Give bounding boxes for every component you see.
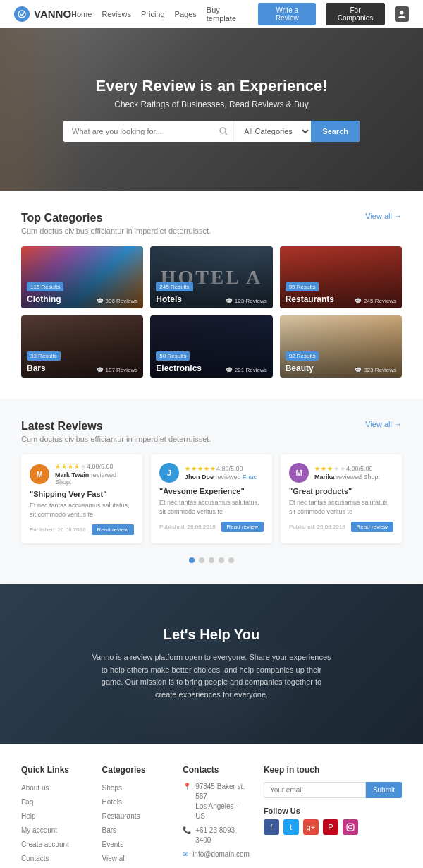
- categories-subtitle: Cum doctus civibus efficiantur in imperd…: [21, 227, 211, 235]
- logo-icon: [14, 6, 30, 22]
- category-electronics[interactable]: 50 Results Electronics 💬 221 Reviews: [150, 315, 272, 378]
- dot-1[interactable]: [189, 557, 195, 563]
- logo[interactable]: VANNO: [14, 6, 71, 22]
- review-date-1: Published: 26.08.2018: [30, 526, 86, 533]
- read-review-btn-3[interactable]: Read review: [351, 522, 393, 532]
- instagram-icon[interactable]: [343, 819, 358, 835]
- footer-cat-events[interactable]: Events: [102, 840, 124, 848]
- search-button[interactable]: Search: [311, 121, 360, 142]
- logo-text: VANNO: [34, 8, 71, 20]
- dot-4[interactable]: [219, 557, 224, 563]
- footer-my-account[interactable]: My account: [21, 826, 57, 834]
- review-title-1: "Shipping Very Fast": [30, 490, 134, 498]
- dot-5[interactable]: [228, 557, 234, 563]
- category-reviews-beauty: 323 Reviews: [364, 367, 396, 373]
- category-badge-electronics: 50 Results: [156, 351, 190, 361]
- footer-cat-hotels[interactable]: Hotels: [102, 798, 122, 806]
- read-review-btn-2[interactable]: Read review: [221, 522, 264, 532]
- help-title: Let's Help You: [21, 627, 402, 643]
- subscribe-submit-button[interactable]: Submit: [366, 782, 402, 798]
- category-clothing[interactable]: 115 Results Clothing 💬 396 Reviews: [21, 246, 143, 308]
- category-reviews-restaurants: 245 Reviews: [364, 298, 396, 304]
- hero-subtitle: Check Ratings of Businesses, Read Review…: [14, 100, 409, 109]
- follow-us-label: Follow Us: [264, 807, 402, 815]
- contact-address: 📍 97845 Baker st. 567Los Angeles - US: [183, 782, 250, 821]
- svg-point-5: [348, 825, 352, 828]
- read-review-btn-1[interactable]: Read review: [92, 524, 134, 535]
- reviews-view-all[interactable]: View all →: [365, 420, 402, 428]
- footer-cat-bars[interactable]: Bars: [102, 826, 117, 834]
- review-card-1: M ★ ★ ★ ★ ★ 4.00/5.00 Mark Twain reviewe…: [21, 454, 142, 543]
- review-body-2: Et nec tantas accusamus salutatus, sit c…: [159, 498, 264, 516]
- footer-create-account[interactable]: Create account: [21, 840, 69, 848]
- categories-title: Top Categories: [21, 212, 211, 224]
- footer-quick-links: Quick Links About us Faq Help My account…: [21, 765, 88, 867]
- avatar-3: M: [289, 463, 309, 483]
- footer: Quick Links About us Faq Help My account…: [0, 744, 423, 868]
- category-reviews-bars: 187 Reviews: [106, 367, 138, 373]
- review-title-3: "Great products": [289, 487, 393, 495]
- email-icon: ✉: [183, 850, 188, 858]
- footer-faq[interactable]: Faq: [21, 798, 33, 806]
- nav-home[interactable]: Home: [71, 10, 92, 18]
- hero-title: Every Review is an Experience!: [14, 77, 409, 95]
- reviews-grid: M ★ ★ ★ ★ ★ 4.00/5.00 Mark Twain reviewe…: [21, 454, 402, 543]
- review-date-3: Published: 26.08.2018: [289, 524, 345, 530]
- google-icon[interactable]: g+: [303, 819, 319, 835]
- email-subscribe-wrap: Submit: [264, 782, 402, 798]
- footer-cat-restaurants[interactable]: Restaurants: [102, 812, 140, 820]
- facebook-icon[interactable]: f: [264, 819, 279, 835]
- reviewed-info-3: Marika reviewed Shop:: [314, 474, 393, 481]
- footer-cat-shops[interactable]: Shops: [102, 784, 122, 792]
- nav-links: Home Reviews Pricing Pages Buy template …: [71, 3, 409, 25]
- category-select[interactable]: All Categories: [233, 121, 311, 142]
- stars-3: ★ ★ ★ ★ ★ 4.00/5.00: [314, 465, 393, 472]
- category-badge-clothing: 115 Results: [27, 282, 63, 291]
- location-icon: 📍: [183, 783, 191, 790]
- pinterest-icon[interactable]: P: [323, 819, 338, 835]
- subscribe-email-input[interactable]: [264, 782, 366, 798]
- hero-section: Every Review is an Experience! Check Rat…: [0, 28, 423, 191]
- social-icons: f t g+ P: [264, 819, 402, 835]
- category-beauty[interactable]: 92 Results Beauty 💬 323 Reviews: [280, 315, 402, 378]
- review-body-1: Et nec tantas accusamus salutatus, sit c…: [30, 501, 134, 519]
- search-input[interactable]: [63, 121, 214, 142]
- user-icon[interactable]: [395, 6, 409, 22]
- category-hotels[interactable]: HOTEL A 245 Results Hotels 💬 123 Reviews: [150, 246, 272, 308]
- reviews-title: Latest Reviews: [21, 420, 211, 433]
- keep-in-touch-title: Keep in touch: [264, 765, 402, 775]
- svg-point-0: [18, 11, 25, 18]
- categories-view-all[interactable]: View all →: [365, 212, 402, 220]
- hero-content: Every Review is an Experience! Check Rat…: [14, 77, 409, 142]
- footer-contacts: Contacts 📍 97845 Baker st. 567Los Angele…: [183, 765, 250, 867]
- review-title-2: "Avesome Experience": [159, 487, 264, 495]
- review-card-2: J ★ ★ ★ ★ ★ 4.80/5.00 Jhon Doe reviewed …: [151, 454, 272, 543]
- review-date-2: Published: 26.08.2018: [159, 524, 216, 530]
- footer-about[interactable]: About us: [21, 784, 49, 792]
- footer-help[interactable]: Help: [21, 812, 36, 820]
- category-reviews-hotels: 123 Reviews: [235, 298, 267, 304]
- reviews-header: Latest Reviews Cum doctus civibus effici…: [21, 420, 402, 443]
- nav-buy-template[interactable]: Buy template: [207, 6, 248, 23]
- nav-pages[interactable]: Pages: [175, 10, 197, 18]
- reviewed-info-1: Mark Twain reviewed Shop:: [55, 471, 134, 486]
- search-bar: All Categories Search: [63, 121, 360, 142]
- footer-contacts-link[interactable]: Contacts: [21, 855, 49, 862]
- nav-reviews[interactable]: Reviews: [102, 10, 131, 18]
- footer-cat-view-all[interactable]: View all: [102, 855, 126, 862]
- category-bars[interactable]: 33 Results Bars 💬 187 Reviews: [21, 315, 143, 378]
- category-restaurants[interactable]: 95 Results Restaurants 💬 245 Reviews: [280, 246, 402, 308]
- nav-pricing[interactable]: Pricing: [141, 10, 165, 18]
- dot-3[interactable]: [209, 557, 214, 563]
- for-companies-button[interactable]: For Companies: [326, 3, 384, 25]
- email-text: info@domain.com: [192, 850, 250, 860]
- avatar-1: M: [30, 464, 49, 484]
- twitter-icon[interactable]: t: [283, 819, 299, 835]
- dot-2[interactable]: [199, 557, 204, 563]
- help-body: Vanno is a review platform open to every…: [92, 651, 331, 701]
- reviews-subtitle: Cum doctus civibus efficiantur in imperd…: [21, 435, 211, 443]
- search-icon: [214, 121, 233, 142]
- write-review-button[interactable]: Write a Review: [258, 3, 316, 25]
- avatar-2: J: [159, 463, 179, 483]
- phone-text: +61 23 8093 3400: [195, 826, 250, 845]
